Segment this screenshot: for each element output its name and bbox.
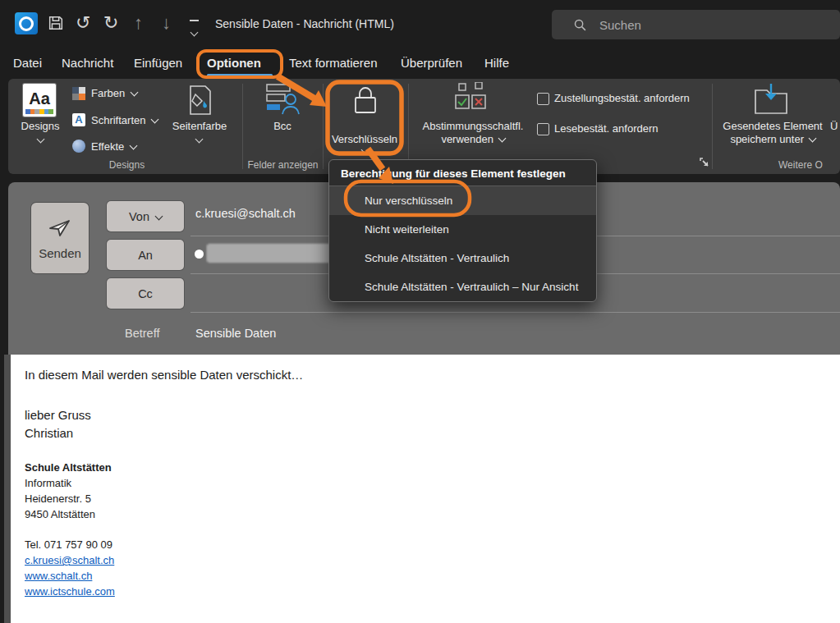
- menu-item-vertraulich-nur-ansicht[interactable]: Schule Altstätten - Vertraulich – Nur An…: [329, 273, 596, 301]
- ribbon-separator: [712, 84, 713, 169]
- cutoff-ribbon-button[interactable]: Ü: [830, 120, 838, 132]
- search-icon: [573, 18, 587, 32]
- search-placeholder: Suchen: [599, 18, 641, 32]
- menu-item-nur-verschluesseln[interactable]: Nur verschlüsseln: [329, 186, 596, 215]
- body-greeting: lieber Gruss: [25, 406, 840, 424]
- outlook-o-glyph: [19, 16, 34, 31]
- recipient-redacted[interactable]: [207, 244, 348, 263]
- verschluesseln-button[interactable]: Verschlüsseln: [327, 133, 402, 145]
- tab-hilfe[interactable]: Hilfe: [484, 56, 509, 70]
- zustellungsbestaet-label[interactable]: Zustellungsbestät. anfordern: [554, 92, 690, 104]
- active-tab-underline: [207, 74, 273, 76]
- schriftarten-button[interactable]: Schriftarten: [91, 114, 158, 126]
- abstimmung-button-line2[interactable]: verwenden: [411, 133, 535, 145]
- paper-plane-icon: [48, 217, 72, 240]
- abstimmung-button-line1[interactable]: Abstimmungsschaltfl.: [411, 120, 535, 132]
- seitenfarbe-button[interactable]: Seitenfarbe: [163, 120, 236, 132]
- window-title: Sensible Daten - Nachricht (HTML): [215, 17, 394, 30]
- menu-item-nicht-weiterleiten[interactable]: Nicht weiterleiten: [329, 215, 596, 244]
- group-label-designs: Designs: [11, 159, 242, 171]
- senden-label: Senden: [39, 246, 81, 260]
- undo-icon[interactable]: ↺: [76, 11, 90, 35]
- designs-color-strip: [25, 109, 53, 114]
- effekte-button[interactable]: Effekte: [91, 140, 136, 153]
- dropdown-header: Berechtigung für dieses Element festlege…: [329, 160, 596, 186]
- signature-name: Schule Altstätten: [25, 460, 840, 475]
- farben-icon: [72, 87, 85, 100]
- abstimmungsschaltflaechen-icon: [454, 82, 492, 120]
- body-greeting: Christian: [25, 424, 840, 442]
- senden-button[interactable]: Senden: [31, 203, 89, 273]
- menu-item-vertraulich[interactable]: Schule Altstätten - Vertraulich: [329, 244, 596, 273]
- gesendetes-button-line1[interactable]: Gesendetes Element: [714, 120, 831, 132]
- betreff-label: Betreff: [125, 327, 159, 340]
- tab-ueberpruefen[interactable]: Überprüfen: [401, 56, 462, 70]
- subject-value[interactable]: Sensible Daten: [195, 327, 276, 340]
- group-label-weitere-optionen: Weitere O: [778, 159, 823, 171]
- seitenfarbe-icon: [187, 85, 213, 119]
- field-divider: [190, 312, 840, 313]
- move-up-icon: ↑: [134, 11, 143, 35]
- signature-web-link[interactable]: www.ictschule.com: [25, 584, 115, 599]
- designs-button[interactable]: Designs: [16, 120, 64, 132]
- effekte-icon: [72, 140, 85, 153]
- lesebestaet-label[interactable]: Lesebestät. anfordern: [554, 122, 658, 135]
- an-button[interactable]: An: [107, 240, 184, 270]
- farben-button[interactable]: Farben: [91, 87, 137, 99]
- signature-email-link[interactable]: c.kruesi@schalt.ch: [25, 552, 114, 568]
- tab-nachricht[interactable]: Nachricht: [62, 56, 113, 70]
- tab-text-formatieren[interactable]: Text formatieren: [289, 56, 378, 70]
- tab-optionen[interactable]: Optionen: [207, 56, 261, 70]
- cc-button[interactable]: Cc: [107, 278, 184, 309]
- designs-icon: Aa: [23, 84, 56, 117]
- signature-city: 9450 Altstätten: [25, 506, 840, 522]
- save-icon[interactable]: [47, 14, 65, 35]
- signature-tel: Tel. 071 757 90 09: [25, 537, 840, 552]
- verschluesseln-lock-icon: [352, 85, 379, 120]
- search-input[interactable]: Suchen: [552, 10, 840, 39]
- outlook-app-icon: [15, 12, 38, 34]
- von-button[interactable]: Von: [107, 201, 184, 231]
- bcc-icon: [265, 83, 300, 119]
- ribbon-separator: [323, 84, 324, 169]
- move-down-icon: ↓: [162, 11, 171, 35]
- bcc-button[interactable]: Bcc: [266, 120, 299, 132]
- dialog-launcher-icon[interactable]: [699, 157, 710, 172]
- recipient-chip-dot: [195, 250, 204, 259]
- zustellungsbestaet-checkbox[interactable]: [537, 93, 549, 105]
- ribbon-separator: [242, 84, 243, 169]
- outlook-message-window: ↺ ↻ ↑ ↓ Sensible Daten - Nachricht (HTML…: [0, 0, 840, 623]
- signature-dept: Informatik: [25, 475, 840, 491]
- gesendetes-button-line2[interactable]: speichern unter: [714, 133, 831, 145]
- schriftarten-icon: A: [72, 113, 85, 126]
- tab-datei[interactable]: Datei: [13, 56, 42, 70]
- redo-icon[interactable]: ↻: [103, 11, 118, 35]
- from-address-value[interactable]: c.kruesi@schalt.ch: [195, 207, 296, 220]
- lesebestaet-checkbox[interactable]: [537, 123, 549, 135]
- body-line: In diesem Mail werden sensible Daten ver…: [25, 368, 840, 382]
- tab-einfuegen[interactable]: Einfügen: [134, 56, 182, 70]
- gesendetes-element-icon: [754, 82, 788, 118]
- signature-web-link[interactable]: www.schalt.ch: [25, 568, 92, 584]
- body-left-gutter: [4, 355, 11, 623]
- verschluesseln-dropdown-menu: Berechtigung für dieses Element festlege…: [328, 159, 597, 302]
- ribbon-separator: [408, 84, 409, 169]
- message-body[interactable]: In diesem Mail werden sensible Daten ver…: [11, 355, 840, 623]
- customize-quick-access-icon[interactable]: [190, 20, 200, 39]
- designs-aa-glyph: Aa: [29, 88, 50, 109]
- group-label-felder-anzeigen: Felder anzeigen: [244, 159, 322, 171]
- signature-street: Heidenerstr. 5: [25, 491, 840, 506]
